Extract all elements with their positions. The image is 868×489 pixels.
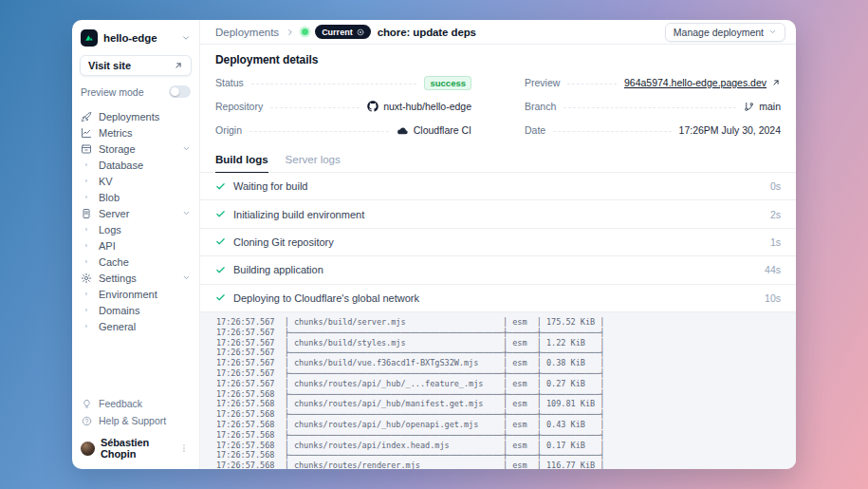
branch-name[interactable]: main (759, 101, 781, 112)
github-icon (367, 101, 379, 112)
build-step-row[interactable]: Waiting for build 0s (200, 173, 796, 200)
deployment-details-section: Deployment details Status success Previe… (200, 45, 796, 147)
workspace-switcher[interactable]: hello-edge (80, 28, 192, 55)
details-grid: Status success Preview 964a5974.hello-ed… (215, 75, 781, 138)
bullet-icon (81, 228, 92, 231)
status-badge: success (424, 76, 471, 90)
tab-build-logs[interactable]: Build logs (215, 154, 268, 173)
preview-mode-toggle[interactable] (169, 85, 191, 98)
rocket-icon (81, 111, 92, 122)
step-label: Building application (233, 264, 323, 275)
main-panel: Deployments Current chore: update deps M… (199, 20, 796, 469)
sidebar-item-api[interactable]: API (80, 237, 192, 254)
live-status-dot (302, 28, 308, 35)
sidebar-item-label: Cache (99, 256, 129, 268)
git-branch-icon (744, 102, 754, 112)
sidebar-item-general[interactable]: General (80, 318, 192, 334)
manage-deployment-button[interactable]: Manage deployment (665, 23, 785, 42)
preview-mode-label: Preview mode (81, 86, 144, 98)
bullet-icon (81, 196, 92, 198)
avatar (81, 442, 95, 456)
step-duration: 2s (770, 209, 781, 220)
bullet-icon (81, 292, 92, 295)
sidebar-item-label: Logs (99, 224, 121, 235)
repository-name[interactable]: nuxt-hub/hello-edge (383, 101, 471, 112)
sidebar-item-database[interactable]: Database (80, 157, 192, 173)
user-menu[interactable]: Sébastien Chopin (80, 429, 192, 460)
sidebar-item-settings[interactable]: Settings (80, 270, 192, 286)
check-icon (215, 265, 226, 275)
visit-site-button[interactable]: Visit site (80, 55, 192, 76)
current-badge[interactable]: Current (315, 25, 371, 39)
chart-icon (81, 127, 92, 139)
sidebar-item-label: API (99, 240, 116, 252)
visit-site-label: Visit site (88, 60, 131, 71)
chevron-down-icon (181, 33, 191, 43)
detail-row-repository: Repository nuxt-hub/hello-edge (215, 99, 471, 114)
external-link-icon[interactable] (771, 78, 781, 87)
bullet-icon (81, 260, 92, 263)
feedback-button[interactable]: Feedback (80, 395, 192, 412)
sidebar-item-label: Metrics (99, 127, 132, 139)
leader-line (563, 107, 736, 108)
detail-row-status: Status success (215, 75, 471, 90)
sidebar-item-metrics[interactable]: Metrics (80, 124, 192, 141)
leader-line (553, 131, 671, 132)
step-duration: 44s (765, 264, 781, 275)
deployment-date: 17:26PM July 30, 2024 (679, 124, 781, 136)
preview-url-link[interactable]: 964a5974.hello-edge.pages.dev (624, 77, 766, 88)
manage-deployment-label: Manage deployment (674, 27, 764, 38)
help-support-button[interactable]: Help & Support (80, 412, 192, 429)
help-circle-icon (81, 415, 92, 426)
sidebar-item-label: Deployments (99, 111, 159, 122)
detail-row-date: Date 17:26PM July 30, 2024 (525, 122, 781, 138)
sidebar-item-deployments[interactable]: Deployments (80, 108, 192, 124)
chevron-down-icon (182, 273, 191, 282)
sidebar-item-kv[interactable]: KV (80, 173, 192, 189)
sidebar-item-blob[interactable]: Blob (80, 189, 192, 205)
server-icon (81, 208, 92, 219)
sidebar-item-domains[interactable]: Domains (80, 302, 192, 318)
sidebar-item-storage[interactable]: Storage (80, 141, 192, 157)
sidebar-nav: Deployments Metrics Storage (80, 108, 192, 334)
build-step-row[interactable]: Deploying to Cloudflare's global network… (200, 285, 796, 312)
sidebar-item-label: General (99, 321, 136, 332)
sidebar-item-label: Database (99, 160, 143, 171)
chevron-right-icon (286, 28, 295, 37)
sidebar-footer: Feedback Help & Support Sébastien Chopin (80, 395, 192, 460)
step-duration: 0s (770, 180, 781, 192)
bullet-icon (81, 163, 92, 166)
sidebar-item-logs[interactable]: Logs (80, 221, 192, 237)
leader-line (270, 107, 360, 108)
breadcrumb[interactable]: Deployments (215, 27, 279, 38)
commit-message: chore: update deps (378, 27, 476, 38)
check-icon (215, 292, 226, 303)
feedback-label: Feedback (99, 398, 142, 409)
tab-server-logs[interactable]: Server logs (286, 154, 341, 173)
user-name: Sébastien Chopin (101, 437, 172, 460)
cloud-icon (397, 124, 409, 137)
sidebar-item-cache[interactable]: Cache (80, 254, 192, 270)
sidebar-item-label: Storage (99, 143, 136, 155)
leader-line (249, 131, 389, 132)
sidebar-item-label: Domains (99, 305, 139, 316)
build-step-row[interactable]: Building application 44s (200, 256, 796, 284)
kebab-menu-icon[interactable] (177, 443, 191, 453)
check-icon (215, 236, 226, 247)
bullet-icon (81, 309, 92, 311)
app-window: hello-edge Visit site Preview mode (72, 20, 796, 469)
chevron-down-icon (182, 209, 191, 217)
sidebar-item-environment[interactable]: Environment (80, 286, 192, 302)
step-duration: 1s (770, 236, 781, 248)
sidebar-item-server[interactable]: Server (80, 205, 192, 221)
detail-row-preview: Preview 964a5974.hello-edge.pages.dev (525, 75, 781, 90)
sidebar-item-label: Blob (99, 192, 120, 203)
bullet-icon (81, 244, 92, 247)
build-step-row[interactable]: Initializing build environment 2s (200, 200, 796, 228)
arrow-up-right-icon (174, 61, 183, 70)
build-step-row[interactable]: Cloning Git repository 1s (200, 229, 796, 256)
gear-icon (81, 273, 92, 284)
storage-icon (81, 143, 92, 155)
log-tabs: Build logs Server logs (200, 147, 796, 173)
build-log-viewer[interactable]: 17:26:57.567 │ chunks/build/server.mjs │… (200, 312, 796, 469)
